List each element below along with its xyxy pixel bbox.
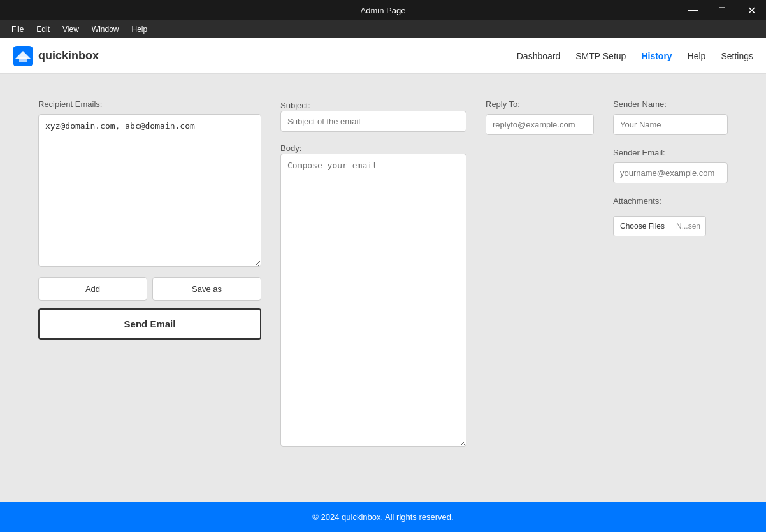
nav-help[interactable]: Help (688, 51, 706, 61)
recipient-section: Recipient Emails: xyz@domain.com, abc@do… (38, 99, 261, 340)
send-email-button[interactable]: Send Email (38, 308, 261, 340)
attachments-row: Choose Files N...sen (613, 216, 728, 236)
sender-email-label: Sender Email: (613, 148, 728, 157)
nav-bar: quickinbox Dashboard SMTP Setup History … (0, 38, 766, 74)
main-content: Recipient Emails: xyz@domain.com, abc@do… (0, 74, 766, 502)
footer: © 2024 quickinbox. All rights reserved. (0, 502, 766, 532)
add-button[interactable]: Add (38, 277, 147, 301)
reply-to-label: Reply To: (486, 99, 594, 109)
nav-history[interactable]: History (641, 51, 672, 61)
subject-label: Subject: (280, 101, 310, 110)
nav-smtp-setup[interactable]: SMTP Setup (575, 51, 626, 61)
save-as-button[interactable]: Save as (152, 277, 261, 301)
title-bar: Admin Page — □ ✕ (0, 0, 766, 20)
sender-section: Sender Name: Sender Email: Attachments: … (613, 99, 728, 236)
footer-text: © 2024 quickinbox. All rights reserved. (312, 512, 453, 522)
minimize-button[interactable]: — (678, 0, 707, 20)
sender-name-input[interactable] (613, 114, 728, 135)
no-file-text: N...sen (671, 216, 706, 236)
logo-text: quickinbox (38, 49, 99, 62)
body-label: Body: (280, 143, 301, 153)
maximize-button[interactable]: □ (707, 0, 737, 20)
reply-to-input[interactable] (486, 114, 594, 135)
choose-files-button[interactable]: Choose Files (613, 216, 671, 236)
form-grid: Recipient Emails: xyz@domain.com, abc@do… (38, 99, 728, 449)
subject-section: Subject: (280, 99, 466, 132)
logo-icon (13, 46, 33, 66)
recipient-emails-input[interactable]: xyz@domain.com, abc@domain.com (38, 114, 261, 267)
close-button[interactable]: ✕ (737, 0, 766, 20)
window-title: Admin Page (361, 6, 406, 15)
menu-file[interactable]: File (5, 22, 30, 36)
nav-settings[interactable]: Settings (721, 51, 753, 61)
reply-to-section: Reply To: (486, 99, 594, 135)
menu-window[interactable]: Window (85, 22, 126, 36)
subject-body-col: Subject: Body: (280, 99, 466, 449)
nav-links: Dashboard SMTP Setup History Help Settin… (517, 51, 753, 61)
button-row: Add Save as (38, 277, 261, 301)
body-input[interactable] (280, 154, 466, 447)
menu-edit[interactable]: Edit (30, 22, 56, 36)
sender-name-label: Sender Name: (613, 99, 728, 109)
svg-rect-2 (19, 57, 27, 62)
window-controls: — □ ✕ (678, 0, 766, 20)
recipient-label: Recipient Emails: (38, 99, 261, 109)
body-section: Body: (280, 142, 466, 449)
sender-email-input[interactable] (613, 162, 728, 183)
subject-input[interactable] (280, 111, 466, 132)
menu-view[interactable]: View (56, 22, 85, 36)
attachments-label: Attachments: (613, 196, 728, 206)
menu-bar: File Edit View Window Help (0, 20, 766, 38)
logo: quickinbox (13, 46, 99, 66)
nav-dashboard[interactable]: Dashboard (517, 51, 561, 61)
menu-help[interactable]: Help (126, 22, 154, 36)
